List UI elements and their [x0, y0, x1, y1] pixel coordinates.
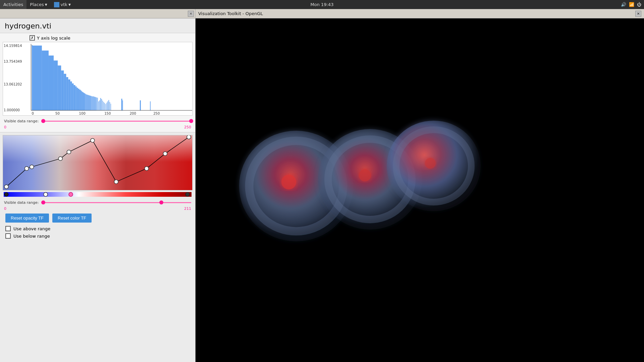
svg-point-71: [114, 180, 118, 184]
svg-rect-46: [101, 99, 102, 110]
svg-rect-75: [4, 192, 192, 197]
svg-rect-21: [73, 85, 75, 110]
svg-point-65: [4, 185, 8, 189]
color-bar-svg: [3, 191, 193, 198]
svg-rect-55: [110, 104, 111, 110]
svg-rect-25: [79, 90, 81, 110]
histogram-range-thumb-right[interactable]: [189, 119, 193, 123]
tf-range-numbers: 0 211: [3, 206, 193, 211]
tf-section: Visible data range: 0 211 Reset opacity …: [0, 132, 195, 245]
below-range-checkbox[interactable]: [5, 233, 11, 239]
svg-text:13.061202: 13.061202: [4, 82, 22, 86]
svg-text:14.159814: 14.159814: [4, 44, 22, 48]
tf-range-thumb-right[interactable]: [159, 200, 163, 204]
log-scale-row: Y axis log scale: [3, 35, 193, 41]
histogram-chart: 14.159814 13.754349 13.061202 1.000000 0…: [3, 42, 193, 116]
opengl-close-button[interactable]: ×: [635, 11, 641, 17]
panel-titlebar: ×: [0, 9, 195, 18]
svg-rect-13: [54, 61, 58, 111]
svg-rect-17: [66, 77, 68, 110]
svg-point-73: [163, 152, 167, 156]
activities-button[interactable]: Activities: [0, 0, 26, 9]
svg-point-88: [359, 169, 371, 181]
svg-rect-59: [150, 101, 151, 110]
svg-point-68: [58, 157, 62, 161]
svg-rect-36: [91, 96, 92, 111]
svg-rect-22: [75, 86, 77, 110]
file-title: hydrogen.vti: [0, 18, 195, 33]
places-arrow-icon: ▼: [45, 3, 47, 6]
taskbar-clock: Mon 19:43: [310, 2, 333, 7]
log-scale-checkbox[interactable]: [30, 35, 35, 41]
svg-text:100: 100: [79, 112, 86, 115]
reset-opacity-button[interactable]: Reset opacity TF: [5, 214, 49, 223]
places-label: Places: [30, 2, 44, 7]
activities-label: Activities: [3, 2, 23, 7]
svg-rect-26: [81, 91, 82, 110]
vtk-menu[interactable]: vtk ▼: [51, 0, 74, 9]
svg-rect-57: [122, 100, 123, 110]
svg-rect-39: [94, 97, 95, 111]
svg-rect-47: [102, 101, 103, 110]
panel-close-button[interactable]: ×: [188, 11, 194, 17]
color-bar-container: [3, 191, 193, 198]
opengl-title-text: Visualization Toolkit - OpenGL: [198, 11, 263, 16]
opengl-canvas[interactable]: [196, 18, 644, 362]
svg-text:0: 0: [32, 112, 34, 115]
reset-color-button[interactable]: Reset color TF: [52, 214, 92, 223]
tf-range-slider[interactable]: [41, 199, 191, 206]
svg-point-79: [185, 192, 190, 196]
svg-text:250: 250: [153, 112, 160, 115]
right-panel: Visualization Toolkit - OpenGL ×: [196, 9, 644, 362]
svg-rect-33: [88, 95, 89, 111]
svg-rect-56: [121, 99, 122, 110]
svg-rect-50: [105, 104, 106, 110]
histogram-range-row: Visible data range:: [3, 118, 193, 124]
svg-rect-42: [97, 98, 98, 110]
svg-rect-49: [104, 103, 105, 110]
opengl-close-icon: ×: [637, 11, 640, 16]
svg-rect-11: [42, 51, 49, 110]
svg-point-74: [187, 135, 191, 139]
network-icon[interactable]: 📶: [629, 2, 634, 7]
buttons-row: Reset opacity TF Reset color TF: [3, 211, 193, 223]
checkboxes-section: Use above range Use below range: [3, 223, 193, 242]
svg-rect-24: [78, 89, 79, 110]
svg-rect-48: [103, 102, 104, 110]
tf-range-track: [41, 202, 191, 203]
svg-rect-58: [140, 100, 141, 110]
taskbar-left: Activities Places ▼ vtk ▼: [0, 0, 74, 9]
svg-rect-53: [108, 100, 109, 110]
above-range-checkbox[interactable]: [5, 226, 11, 231]
close-icon: ×: [189, 11, 192, 16]
tf-range-min: 0: [4, 206, 6, 211]
svg-point-76: [4, 192, 8, 196]
svg-rect-20: [72, 83, 73, 110]
main-area: × hydrogen.vti Y axis log scale 14.15981…: [0, 9, 644, 362]
below-range-label: Use below range: [13, 234, 50, 239]
svg-rect-31: [86, 95, 87, 111]
histogram-svg: 14.159814 13.754349 13.061202 1.000000 0…: [3, 42, 192, 115]
tf-canvas-container[interactable]: [3, 135, 193, 190]
svg-point-66: [24, 167, 29, 171]
svg-point-77: [44, 192, 48, 196]
speaker-icon[interactable]: 🔊: [621, 2, 626, 7]
svg-text:150: 150: [104, 112, 111, 115]
svg-rect-43: [98, 101, 99, 110]
places-menu[interactable]: Places ▼: [26, 0, 50, 9]
svg-rect-27: [82, 92, 83, 110]
svg-rect-29: [84, 93, 85, 111]
histogram-section: Y axis log scale 14.159814 13.754349 13.…: [0, 33, 195, 132]
svg-point-72: [145, 167, 149, 171]
power-icon[interactable]: ⏻: [637, 2, 641, 7]
svg-rect-19: [70, 81, 72, 110]
svg-text:13.754349: 13.754349: [4, 60, 22, 64]
svg-rect-38: [93, 97, 94, 111]
svg-rect-51: [106, 103, 107, 110]
tf-range-thumb-left[interactable]: [41, 200, 45, 204]
histogram-range-thumb-left[interactable]: [41, 119, 45, 123]
vtk-icon: [54, 2, 59, 7]
histogram-range-slider[interactable]: [41, 118, 191, 124]
opengl-titlebar: Visualization Toolkit - OpenGL ×: [196, 9, 644, 18]
above-range-row: Use above range: [5, 226, 190, 231]
